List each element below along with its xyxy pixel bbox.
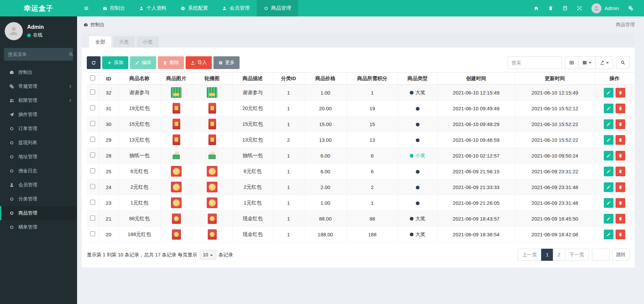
product-image[interactable] (172, 214, 181, 224)
fullscreen-button[interactable] (572, 0, 587, 16)
jump-button[interactable]: 跳转 (612, 249, 630, 261)
add-button[interactable]: 添加 (102, 56, 128, 69)
carousel-image[interactable] (207, 150, 217, 161)
column-header-carousel[interactable]: 轮播图 (192, 72, 232, 85)
row-checkbox[interactable] (90, 89, 95, 95)
carousel-image[interactable] (207, 197, 217, 208)
column-header-id[interactable]: ID (99, 72, 118, 85)
sidebar-item-member-admin[interactable]: 会员管理 (0, 178, 77, 192)
home-button[interactable] (529, 0, 543, 16)
column-header-desc[interactable]: 商品描述 (232, 72, 273, 85)
sidebar-item-dashboard[interactable]: 控制台 (0, 65, 77, 79)
row-delete-button[interactable] (616, 167, 625, 176)
column-header-name[interactable]: 商品名称 (118, 72, 160, 85)
navbar-user-menu[interactable]: Admin (587, 3, 624, 13)
row-checkbox[interactable] (90, 137, 95, 142)
product-image[interactable] (173, 119, 180, 129)
column-header-price[interactable]: 商品价格 (304, 72, 347, 85)
prev-page-button[interactable]: 上一页 (518, 249, 542, 261)
row-checkbox[interactable] (90, 184, 95, 189)
column-header-created[interactable]: 创建时间 (437, 72, 515, 85)
column-header-points[interactable]: 商品所需积分 (347, 72, 398, 85)
carousel-image[interactable] (208, 103, 216, 114)
carousel-image[interactable] (208, 229, 217, 240)
sidebar-item-withdraw-list[interactable]: 提现列表 (0, 136, 77, 150)
row-checkbox[interactable] (90, 216, 95, 221)
row-edit-button[interactable] (604, 135, 614, 145)
breadcrumb[interactable]: 控制台 (83, 22, 105, 28)
row-checkbox[interactable] (90, 200, 95, 205)
language-button[interactable] (558, 0, 572, 16)
row-delete-button[interactable] (616, 214, 625, 224)
column-header-updated[interactable]: 更新时间 (515, 72, 595, 85)
row-edit-button[interactable] (604, 230, 614, 239)
sidebar-item-address-admin[interactable]: 地址管理 (0, 150, 77, 164)
tab-all[interactable]: 全部 (89, 36, 111, 48)
page-button-2[interactable]: 2 (553, 249, 565, 261)
row-checkbox[interactable] (90, 121, 95, 126)
row-delete-button[interactable] (616, 198, 625, 208)
sidebar-search-input[interactable] (8, 52, 69, 57)
jump-page-input[interactable] (592, 249, 609, 261)
carousel-image[interactable] (208, 119, 216, 129)
sidebar-item-order-admin[interactable]: 订单管理 (0, 122, 77, 136)
product-image[interactable] (172, 229, 181, 240)
tab-small-prize[interactable]: 小奖 (137, 36, 159, 48)
row-delete-button[interactable] (616, 151, 625, 161)
nav-item-goods-admin[interactable]: 商品管理 (257, 0, 298, 16)
row-edit-button[interactable] (604, 182, 614, 192)
refresh-button[interactable] (87, 56, 101, 69)
product-image[interactable] (171, 150, 182, 161)
carousel-image[interactable] (208, 134, 216, 145)
row-checkbox[interactable] (90, 105, 95, 110)
product-image[interactable] (173, 134, 180, 145)
carousel-image[interactable] (207, 182, 217, 192)
export-button[interactable] (595, 56, 613, 69)
carousel-image[interactable] (208, 214, 217, 224)
nav-item-profile[interactable]: 个人资料 (132, 0, 174, 16)
carousel-image[interactable] (207, 87, 217, 98)
column-header-image[interactable]: 商品图片 (160, 72, 192, 85)
row-checkbox[interactable] (90, 168, 95, 173)
row-delete-button[interactable] (616, 119, 625, 129)
more-button[interactable]: 更多 (213, 56, 240, 69)
row-edit-button[interactable] (604, 198, 614, 208)
carousel-image[interactable] (207, 166, 217, 177)
sidebar-item-general-admin[interactable]: 常规管理 (0, 79, 77, 94)
product-image[interactable] (171, 182, 182, 192)
row-delete-button[interactable] (616, 88, 625, 98)
product-image[interactable] (171, 197, 182, 208)
tab-big-prize[interactable]: 大奖 (113, 36, 135, 48)
detail-view-button[interactable] (565, 56, 578, 69)
sidebar-item-category-admin[interactable]: 分类管理 (0, 192, 77, 206)
import-button[interactable]: 导入 (186, 56, 212, 69)
page-button-1[interactable]: 1 (541, 249, 553, 261)
column-header-cat[interactable]: 分类ID (273, 72, 304, 85)
row-delete-button[interactable] (616, 230, 625, 239)
row-edit-button[interactable] (604, 88, 614, 98)
columns-button[interactable] (578, 56, 596, 69)
row-delete-button[interactable] (616, 104, 625, 113)
row-checkbox[interactable] (90, 231, 95, 236)
trash-button[interactable] (543, 0, 558, 16)
sidebar-item-goods-admin[interactable]: 商品管理 (0, 206, 77, 220)
sidebar-item-addon-admin[interactable]: 插件管理 (0, 108, 77, 122)
row-edit-button[interactable] (604, 104, 614, 113)
product-image[interactable] (173, 103, 180, 114)
row-edit-button[interactable] (604, 151, 614, 161)
nav-item-member-admin[interactable]: 会员管理 (215, 0, 257, 16)
product-image[interactable] (171, 166, 182, 177)
edit-button[interactable]: 编辑 (130, 56, 156, 69)
sidebar-toggle-button[interactable] (77, 0, 95, 16)
row-edit-button[interactable] (604, 119, 614, 129)
page-size-select[interactable]: 10 (200, 250, 216, 260)
sidebar-item-commission-log[interactable]: 佣金日志 (0, 164, 77, 178)
settings-cogs-button[interactable] (624, 0, 638, 16)
nav-item-dashboard[interactable]: 控制台 (95, 0, 132, 16)
row-delete-button[interactable] (616, 135, 625, 145)
product-image[interactable] (171, 87, 182, 98)
row-edit-button[interactable] (604, 214, 614, 224)
search-button[interactable] (616, 56, 630, 69)
sidebar-item-auth-admin[interactable]: 权限管理 (0, 94, 77, 108)
next-page-button[interactable]: 下一页 (565, 249, 589, 261)
